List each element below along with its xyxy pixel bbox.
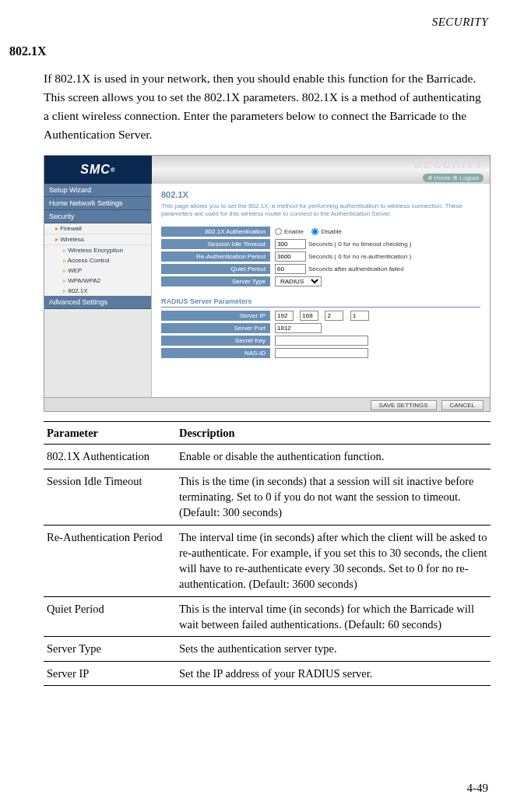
panel-title: 802.1X xyxy=(161,190,480,199)
table-row: Session Idle TimeoutThis is the time (in… xyxy=(44,469,491,525)
secret-input[interactable] xyxy=(275,336,368,346)
nav-security[interactable]: Security xyxy=(44,210,151,223)
col-parameter: Parameter xyxy=(44,422,176,445)
nav-wep[interactable]: WEP xyxy=(44,265,151,276)
session-label: Session Idle Timeout xyxy=(161,239,270,249)
section-title: 802.1X xyxy=(9,44,488,58)
table-row: Quiet PeriodThis is the interval time (i… xyxy=(44,596,491,637)
server-port-label: Server Port xyxy=(161,323,270,333)
parameter-table: Parameter Description 802.1X Authenticat… xyxy=(44,421,491,686)
sidebar-nav: Setup Wizard Home Network Settings Secur… xyxy=(44,184,152,397)
nav-access-control[interactable]: Access Control xyxy=(44,255,151,265)
nav-8021x[interactable]: 802.1X xyxy=(44,286,151,296)
page-number: 4-49 xyxy=(467,782,489,795)
reauth-input[interactable] xyxy=(275,251,306,262)
nav-advanced[interactable]: Advanced Settings xyxy=(44,296,151,309)
table-row: Server IPSet the IP address of your RADI… xyxy=(44,661,491,685)
reauth-hint: Seconds ( 0 for no re-authentication ) xyxy=(308,253,411,260)
ip-octet-2[interactable] xyxy=(300,311,318,321)
page-header: SECURITY xyxy=(9,16,488,29)
nav-setup-wizard[interactable]: Setup Wizard xyxy=(44,184,151,197)
reauth-label: Re-Authentication Period xyxy=(161,251,270,262)
quiet-label: Quiet Period xyxy=(161,264,270,274)
ip-octet-1[interactable] xyxy=(275,311,294,321)
save-button[interactable]: SAVE SETTINGS xyxy=(371,400,437,410)
nav-wireless-encryption[interactable]: Wireless Encryption xyxy=(44,245,151,255)
cancel-button[interactable]: CANCEL xyxy=(441,400,484,410)
enable-text: Enable xyxy=(284,228,304,235)
nav-firewall[interactable]: Firewall xyxy=(44,223,151,234)
nas-label: NAS-ID xyxy=(161,348,270,358)
server-port-input[interactable] xyxy=(275,323,322,333)
server-ip-label: Server IP xyxy=(161,311,270,321)
panel-description: This page allows you to set the 802.1X, … xyxy=(161,202,480,219)
banner: SECURITY ⊕ Home ⊕ Logout xyxy=(152,156,490,184)
nav-wireless[interactable]: Wireless xyxy=(44,234,151,245)
auth-label: 802.1X Authentication xyxy=(161,227,270,237)
session-hint: Seconds ( 0 for no timeout checking ) xyxy=(308,241,412,248)
ip-octet-3[interactable] xyxy=(325,311,343,321)
enable-radio[interactable] xyxy=(275,228,282,235)
disable-radio[interactable] xyxy=(311,228,318,235)
col-description: Description xyxy=(176,422,491,445)
server-type-label: Server Type xyxy=(161,276,270,286)
banner-security-label: SECURITY xyxy=(414,157,484,171)
main-panel: 802.1X This page allows you to set the 8… xyxy=(152,184,490,397)
logout-link[interactable]: ⊕ Logout xyxy=(452,174,479,181)
quiet-input[interactable] xyxy=(275,264,306,274)
table-row: 802.1X AuthenticationEnable or disable t… xyxy=(44,445,491,469)
nav-home-network[interactable]: Home Network Settings xyxy=(44,197,151,210)
banner-links[interactable]: ⊕ Home ⊕ Logout xyxy=(423,174,484,182)
quiet-hint: Seconds after authentication failed xyxy=(308,265,404,272)
home-link[interactable]: ⊕ Home xyxy=(427,174,452,181)
ip-octet-4[interactable] xyxy=(350,311,369,321)
logo: SMC® xyxy=(44,156,152,184)
table-row: Server TypeSets the authentication serve… xyxy=(44,637,491,661)
radius-header: RADIUS Server Parameters xyxy=(161,297,480,308)
session-input[interactable] xyxy=(275,239,306,249)
disable-text: Disable xyxy=(321,228,342,235)
secret-label: Secret Key xyxy=(161,336,270,346)
table-row: Re-Authentication PeriodThe interval tim… xyxy=(44,525,491,596)
server-type-select[interactable]: RADIUS xyxy=(275,276,322,286)
nav-wpa[interactable]: WPA/WPA2 xyxy=(44,276,151,286)
nas-input[interactable] xyxy=(275,348,368,358)
embedded-screenshot: SMC® SECURITY ⊕ Home ⊕ Logout Setup Wiza… xyxy=(44,155,491,412)
intro-paragraph: If 802.1X is used in your network, then … xyxy=(44,69,488,144)
